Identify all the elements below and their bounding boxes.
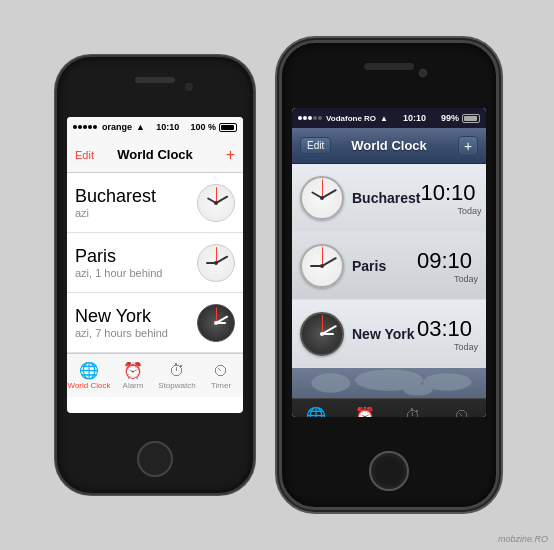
clock-list-ios6: Bucharest 10:10 Today [292,164,486,398]
city-name-bucharest-ios6: Bucharest [352,190,420,206]
world-map-bg [292,368,486,398]
tab-world-clock-ios7[interactable]: 🌐 World Clock [67,361,111,390]
phone-ios6: Vodafone RO ▲ 10:10 99% Edit World Clock… [279,40,499,510]
tab-world-clock-ios6[interactable]: 🌐 World Clock [292,406,341,417]
time-ios6: 10:10 [403,113,426,123]
watermark: mobzine.RO [498,534,548,544]
home-button-ios7[interactable] [137,441,173,477]
city-info-bucharest-ios7: Bucharest azi [75,186,197,220]
analog-clock-paris-ios7 [197,244,235,282]
status-left-ios6: Vodafone RO ▲ [298,114,388,123]
clock-item-newyork-ios6[interactable]: New York 03:10 Today [292,300,486,368]
status-left-ios7: orange ▲ [73,122,145,132]
add-button-ios7[interactable]: + [226,147,235,163]
analog-clock-newyork-ios6 [300,312,344,356]
analog-clock-newyork-ios7 [197,304,235,342]
home-button-ios6[interactable] [369,451,409,491]
city-name-paris-ios7: Paris [75,246,197,268]
digital-day-b: Today [420,206,481,216]
analog-clock-bucharest-ios6 [300,176,344,220]
carrier-ios7: orange [102,122,132,132]
world-clock-label-ios7: World Clock [68,381,111,390]
city-sub-bucharest-ios7: azi [75,207,197,219]
stopwatch-icon-ios7: ⏱ [169,362,185,380]
screen-ios6: Vodafone RO ▲ 10:10 99% Edit World Clock… [292,108,486,417]
city-info-paris-ios6: Paris [352,258,417,274]
status-right-ios7: 100 % [190,122,237,132]
world-clock-icon-ios6: 🌐 [306,406,326,417]
battery-ios6 [462,114,480,123]
tab-alarm-ios7[interactable]: ⏰ Alarm [111,361,155,390]
signal-ios7 [73,125,97,129]
clock-item-newyork-ios7[interactable]: New York azi, 7 hours behind [67,293,243,353]
city-name-paris-ios6: Paris [352,258,417,274]
timer-icon-ios7: ⏲ [213,362,229,380]
signal-ios6 [298,116,322,120]
signal-dot-4 [88,125,92,129]
analog-clock-paris-ios6 [300,244,344,288]
signal-dot-5 [93,125,97,129]
digital-time-value-ny: 03:10 [417,316,472,342]
timer-label-ios7: Timer [211,381,231,390]
time-ios7: 10:10 [156,122,179,132]
signal-dot-1 [73,125,77,129]
tab-bar-ios7: 🌐 World Clock ⏰ Alarm ⏱ Stopwatch ⏲ Time… [67,353,243,397]
add-button-ios6[interactable]: + [458,136,478,156]
tab-timer-ios7[interactable]: ⏲ Timer [199,362,243,390]
sig-dot4 [313,116,317,120]
clock-item-paris-ios6[interactable]: Paris 09:10 Today [292,232,486,300]
battery-ios7 [219,123,237,132]
edit-button-ios6[interactable]: Edit [300,137,331,154]
alarm-icon-ios6: ⏰ [355,406,375,417]
clock-item-bucharest-ios6[interactable]: Bucharest 10:10 Today [292,164,486,232]
alarm-icon-ios7: ⏰ [123,361,143,380]
screenshot-bg: orange ▲ 10:10 100 % Edit World Clock + [0,0,554,550]
stopwatch-label-ios7: Stopwatch [158,381,195,390]
digital-time-value-b: 10:10 [420,180,475,206]
status-bar-ios7: orange ▲ 10:10 100 % [67,117,243,137]
city-name-newyork-ios7: New York [75,306,197,328]
navbar-ios7: Edit World Clock + [67,137,243,173]
signal-dot-2 [78,125,82,129]
sig-dot5 [318,116,322,120]
tab-alarm-ios6[interactable]: ⏰ Alarm [341,406,390,417]
speaker-ios7 [135,77,175,83]
stopwatch-icon-ios6: ⏱ [405,407,421,418]
city-info-paris-ios7: Paris azi, 1 hour behind [75,246,197,280]
status-right-ios6: 99% [441,113,480,123]
city-name-bucharest-ios7: Bucharest [75,186,197,208]
signal-dot-3 [83,125,87,129]
alarm-label-ios7: Alarm [123,381,144,390]
wifi-ios6: ▲ [380,114,388,123]
analog-clock-bucharest-ios7 [197,184,235,222]
battery-fill-ios6 [464,116,477,121]
phone-ios7: orange ▲ 10:10 100 % Edit World Clock + [55,55,255,495]
clock-item-bucharest-ios7[interactable]: Bucharest azi [67,173,243,233]
world-map-svg [292,368,486,398]
tab-timer-ios6[interactable]: ⏲ Timer [438,407,487,418]
battery-fill-ios7 [221,125,234,130]
digital-time-bucharest-ios6: 10:10 Today [420,180,481,216]
digital-time-paris-ios6: 09:10 Today [417,248,478,284]
edit-button-ios7[interactable]: Edit [75,149,94,161]
timer-icon-ios6: ⏲ [454,407,470,418]
sig-dot3 [308,116,312,120]
svg-point-0 [311,373,350,392]
battery-pct-ios6: 99% [441,113,459,123]
tab-stopwatch-ios6[interactable]: ⏱ Stopwatch [389,407,438,418]
city-info-bucharest-ios6: Bucharest [352,190,420,206]
battery-pct-ios7: 100 % [190,122,216,132]
digital-time-value-p: 09:10 [417,248,472,274]
digital-day-p: Today [417,274,478,284]
nav-title-ios7: World Clock [117,147,193,162]
svg-point-3 [404,384,433,396]
sig-dot1 [298,116,302,120]
clock-item-paris-ios7[interactable]: Paris azi, 1 hour behind [67,233,243,293]
status-bar-ios6: Vodafone RO ▲ 10:10 99% [292,108,486,128]
camera-ios6 [419,69,427,77]
city-name-newyork-ios6: New York [352,326,417,342]
digital-time-newyork-ios6: 03:10 Today [417,316,478,352]
tab-bar-ios6: 🌐 World Clock ⏰ Alarm ⏱ Stopwatch ⏲ Time… [292,398,486,417]
city-info-newyork-ios7: New York azi, 7 hours behind [75,306,197,340]
tab-stopwatch-ios7[interactable]: ⏱ Stopwatch [155,362,199,390]
